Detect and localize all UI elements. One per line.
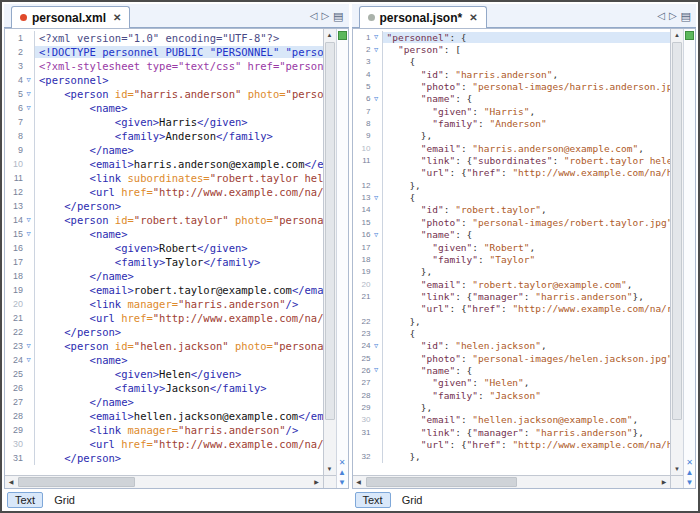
fold-icon[interactable]: ▽ bbox=[23, 90, 34, 98]
code-line[interactable]: 7 <given>Harris</given> bbox=[5, 115, 323, 129]
fold-icon[interactable]: ▽ bbox=[23, 216, 34, 224]
vscroll-thumb[interactable] bbox=[672, 42, 682, 420]
code-line[interactable]: 13▽ { bbox=[353, 191, 671, 203]
prev-mark-icon[interactable]: ▲ bbox=[338, 468, 346, 477]
horizontal-scrollbar[interactable]: ◀ ▶ bbox=[353, 475, 671, 488]
code-line[interactable]: 7 "given": "Harris", bbox=[353, 105, 671, 117]
code-line[interactable]: 20 "email": "robert.taylor@example.com", bbox=[353, 278, 671, 290]
code-line[interactable]: 12 <url href="http://www.example.com/na/… bbox=[5, 185, 323, 199]
code-line[interactable]: 8 "family": "Anderson" bbox=[353, 117, 671, 129]
code-line[interactable]: 9 }, bbox=[353, 130, 671, 142]
code-line[interactable]: 26 <family>Jackson</family> bbox=[5, 381, 323, 395]
code-line[interactable]: 11 <link subordinates="robert.taylor hel… bbox=[5, 171, 323, 185]
hscroll-thumb[interactable] bbox=[366, 477, 518, 487]
nav-forward-icon[interactable]: ▷ bbox=[669, 11, 677, 21]
fold-icon[interactable]: ▽ bbox=[23, 356, 34, 364]
scroll-left-icon[interactable]: ◀ bbox=[5, 476, 17, 488]
code-line[interactable]: 28 "family": "Jackson" bbox=[353, 389, 671, 401]
code-line[interactable]: "url": {"href": "http://www.example.com/… bbox=[353, 167, 671, 179]
close-icon[interactable]: ✕ bbox=[469, 12, 477, 23]
fold-icon[interactable]: ▽ bbox=[371, 46, 382, 54]
code-line[interactable]: "url": {"href": "http://www.example.com/… bbox=[353, 438, 671, 450]
code-line[interactable]: 14 "id": "robert.taylor", bbox=[353, 204, 671, 216]
nav-back-icon[interactable]: ◁ bbox=[657, 11, 665, 21]
code-line[interactable]: 23 { bbox=[353, 327, 671, 339]
code-line[interactable]: 19 <email>robert.taylor@example.com</ema… bbox=[5, 283, 323, 297]
code-line[interactable]: "url": {"href": "http://www.example.com/… bbox=[353, 303, 671, 315]
fold-icon[interactable]: ▽ bbox=[23, 76, 34, 84]
code-line[interactable]: 1<?xml version="1.0" encoding="UTF-8"?> bbox=[5, 31, 323, 45]
scroll-up-icon[interactable]: ▲ bbox=[324, 29, 336, 41]
code-line[interactable]: 15 "photo": "personal-images/robert.tayl… bbox=[353, 216, 671, 228]
code-line[interactable]: 26▽ "name": { bbox=[353, 364, 671, 376]
horizontal-scrollbar[interactable]: ◀ ▶ bbox=[5, 475, 323, 488]
code-line[interactable]: 1▽"personnel": { bbox=[353, 31, 671, 43]
clear-marks-icon[interactable]: ✕ bbox=[339, 458, 346, 467]
code-line[interactable]: 3<?xml-stylesheet type="text/css" href="… bbox=[5, 59, 323, 73]
tab-personal-json[interactable]: personal.json* ✕ bbox=[359, 6, 487, 28]
code-line[interactable]: 6▽ "name": { bbox=[353, 93, 671, 105]
mode-tab-text[interactable]: Text bbox=[355, 492, 391, 508]
tab-list-icon[interactable]: ▤ bbox=[681, 11, 691, 21]
code-line[interactable]: 2▽ "person": [ bbox=[353, 43, 671, 55]
code-line[interactable]: 4 "id": "harris.anderson", bbox=[353, 68, 671, 80]
hscroll-thumb[interactable] bbox=[18, 477, 135, 487]
code-line[interactable]: 25 <given>Helen</given> bbox=[5, 367, 323, 381]
code-line[interactable]: 2<!DOCTYPE personnel PUBLIC "PERSONNEL" … bbox=[5, 45, 323, 59]
code-line[interactable]: 13 </person> bbox=[5, 199, 323, 213]
scroll-right-icon[interactable]: ▶ bbox=[658, 476, 670, 488]
code-line[interactable]: 25 "photo": "personal-images/helen.jacks… bbox=[353, 352, 671, 364]
json-code-area[interactable]: 1▽"personnel": {2▽ "person": [3 {4 "id":… bbox=[353, 29, 671, 475]
vertical-scrollbar[interactable]: ▲ ▼ bbox=[323, 29, 336, 475]
prev-mark-icon[interactable]: ▲ bbox=[686, 468, 694, 477]
fold-icon[interactable]: ▽ bbox=[371, 342, 382, 350]
next-mark-icon[interactable]: ▼ bbox=[686, 478, 694, 487]
fold-icon[interactable]: ▽ bbox=[371, 366, 382, 374]
fold-icon[interactable]: ▽ bbox=[23, 230, 34, 238]
scroll-left-icon[interactable]: ◀ bbox=[353, 476, 365, 488]
code-line[interactable]: 18 "family": "Taylor" bbox=[353, 253, 671, 265]
code-line[interactable]: 11 "link": {"subordinates": "robert.tayl… bbox=[353, 154, 671, 166]
code-line[interactable]: 29 }, bbox=[353, 401, 671, 413]
scroll-down-icon[interactable]: ▼ bbox=[671, 463, 683, 475]
code-line[interactable]: 20 <link manager="harris.anderson"/> bbox=[5, 297, 323, 311]
code-line[interactable]: 9 </name> bbox=[5, 143, 323, 157]
fold-icon[interactable]: ▽ bbox=[371, 194, 382, 202]
tab-list-icon[interactable]: ▤ bbox=[333, 11, 343, 21]
vscroll-thumb[interactable] bbox=[325, 42, 335, 420]
code-line[interactable]: 24▽ <name> bbox=[5, 353, 323, 367]
code-line[interactable]: 23▽ <person id="helen.jackson" photo="pe… bbox=[5, 339, 323, 353]
code-line[interactable]: 19 }, bbox=[353, 266, 671, 278]
fold-icon[interactable]: ▽ bbox=[371, 95, 382, 103]
fold-icon[interactable]: ▽ bbox=[371, 33, 382, 41]
code-line[interactable]: 5▽ <person id="harris.anderson" photo="p… bbox=[5, 87, 323, 101]
code-line[interactable]: 30 "email": "hellen.jackson@example.com"… bbox=[353, 414, 671, 426]
mode-tab-grid[interactable]: Grid bbox=[394, 492, 431, 508]
scroll-right-icon[interactable]: ▶ bbox=[311, 476, 323, 488]
mode-tab-text[interactable]: Text bbox=[7, 492, 43, 508]
code-line[interactable]: 16▽ "name": { bbox=[353, 229, 671, 241]
code-line[interactable]: 21 <url href="http://www.example.com/na/… bbox=[5, 311, 323, 325]
code-line[interactable]: 5 "photo": "personal-images/harris.ander… bbox=[353, 80, 671, 92]
mode-tab-grid[interactable]: Grid bbox=[46, 492, 83, 508]
code-line[interactable]: 17 <family>Taylor</family> bbox=[5, 255, 323, 269]
code-line[interactable]: 6▽ <name> bbox=[5, 101, 323, 115]
scroll-up-icon[interactable]: ▲ bbox=[671, 29, 683, 41]
code-line[interactable]: 28 <email>hellen.jackson@example.com</em… bbox=[5, 409, 323, 423]
nav-back-icon[interactable]: ◁ bbox=[310, 11, 318, 21]
code-line[interactable]: 29 <link manager="harris.anderson"/> bbox=[5, 423, 323, 437]
fold-icon[interactable]: ▽ bbox=[371, 231, 382, 239]
fold-icon[interactable]: ▽ bbox=[23, 104, 34, 112]
code-line[interactable]: 17 "given": "Robert", bbox=[353, 241, 671, 253]
code-line[interactable]: 16 <given>Robert</given> bbox=[5, 241, 323, 255]
code-line[interactable]: 22 </person> bbox=[5, 325, 323, 339]
code-line[interactable]: 30 <url href="http://www.example.com/na/… bbox=[5, 437, 323, 451]
code-line[interactable]: 12 }, bbox=[353, 179, 671, 191]
code-line[interactable]: 31 </person> bbox=[5, 451, 323, 465]
scroll-down-icon[interactable]: ▼ bbox=[324, 463, 336, 475]
nav-forward-icon[interactable]: ▷ bbox=[321, 11, 329, 21]
code-line[interactable]: 24▽ "id": "helen.jackson", bbox=[353, 340, 671, 352]
code-line[interactable]: 22 }, bbox=[353, 315, 671, 327]
code-line[interactable]: 4▽<personnel> bbox=[5, 73, 323, 87]
code-line[interactable]: 18 </name> bbox=[5, 269, 323, 283]
